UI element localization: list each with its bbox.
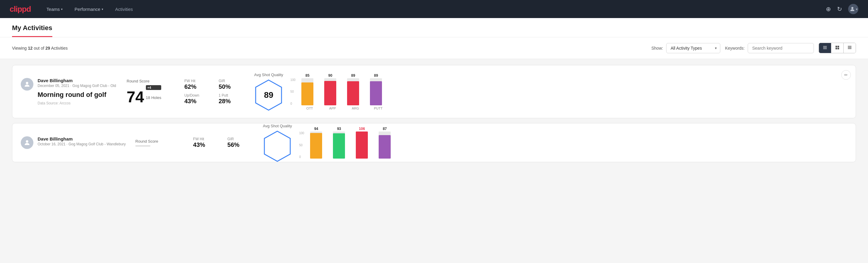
card-left-2: Dave Billingham October 16, 2021 · Gog M… xyxy=(21,136,126,149)
bar2-arg: 106 xyxy=(351,127,373,158)
shot-quality-section: Avg Shot Quality 89 100 50 xyxy=(254,72,847,111)
bar-ott: 85 xyxy=(297,74,318,105)
bar2-putt-inner xyxy=(379,135,391,158)
svg-rect-8 xyxy=(848,46,851,47)
svg-rect-3 xyxy=(823,49,827,49)
card-user-info: Dave Billingham December 05, 2021 · Gog … xyxy=(38,78,116,105)
nav-performance[interactable]: Performance ▾ xyxy=(73,4,104,14)
add-circle-icon[interactable]: ⊕ xyxy=(826,5,831,12)
hexagon-wrap: 89 xyxy=(254,80,283,111)
stat-gir: GIR 50% xyxy=(219,79,245,90)
avatar-2 xyxy=(21,136,33,149)
bar-putt-inner xyxy=(370,81,382,105)
shot-quality-section-2: Avg Shot Quality 100 50 0 xyxy=(263,124,847,162)
y-axis-2: 100 50 0 xyxy=(299,132,304,158)
page-title: My Activities xyxy=(12,24,52,32)
activity-title: Morning round of golf xyxy=(38,91,116,99)
hexagon-value: 89 xyxy=(264,90,273,100)
keywords-filter-group: Keywords: xyxy=(725,43,814,53)
bar-ott-inner xyxy=(301,83,313,105)
svg-rect-9 xyxy=(848,47,851,48)
fw-gir-stats: FW Hit 62% GIR 50% Up/Down 43% 1 Putt 28… xyxy=(184,79,245,105)
viewing-mid: out of xyxy=(34,46,45,51)
round-score-label: Round Score xyxy=(127,79,175,83)
viewing-total: 29 xyxy=(45,46,50,51)
bar-arg-outer xyxy=(347,78,359,105)
nav-activities[interactable]: Activities xyxy=(114,4,134,14)
view-btn-grid[interactable] xyxy=(831,43,844,53)
fw-gir-stats-2: FW Hit 43% GIR 56% xyxy=(193,137,253,148)
bar-putt-value: 89 xyxy=(374,74,378,78)
view-btn-list-compact[interactable] xyxy=(819,43,831,53)
view-toggle xyxy=(819,43,856,53)
round-score-wrap: 74 +4 18 Holes xyxy=(127,85,175,105)
bar-arg-value: 89 xyxy=(351,74,355,78)
nav-teams[interactable]: Teams ▾ xyxy=(45,4,64,14)
gir-label: GIR xyxy=(219,79,245,83)
fw-hit-label: FW Hit xyxy=(184,79,210,83)
shot-quality-label: Avg Shot Quality xyxy=(254,72,283,77)
bars: 85 90 xyxy=(297,74,387,105)
bar-chart-container: 100 50 0 85 xyxy=(290,74,389,110)
stat-1putt: 1 Putt 28% xyxy=(219,93,245,105)
date-location: December 05, 2021 · Gog Magog Golf Club … xyxy=(38,84,116,88)
1putt-value: 28% xyxy=(219,98,245,105)
avatar xyxy=(21,78,33,91)
svg-point-0 xyxy=(851,7,853,9)
bar-x-labels: OTT APP ARG PUTT xyxy=(299,107,389,110)
bar-putt: 89 xyxy=(365,74,387,105)
bar-arg: 89 xyxy=(342,74,364,105)
bar-ott-outer xyxy=(301,78,313,105)
activity-type-select[interactable]: All Activity Types xyxy=(666,43,720,53)
search-input[interactable] xyxy=(748,43,814,53)
svg-rect-6 xyxy=(836,48,837,49)
1putt-label: 1 Putt xyxy=(219,93,245,97)
show-filter-group: Show: All Activity Types ▾ xyxy=(651,43,720,53)
avatar-chevron: ▾ xyxy=(856,7,858,11)
logo[interactable]: clippd xyxy=(10,4,31,14)
svg-rect-4 xyxy=(836,46,837,47)
bar-chart: 100 50 0 85 xyxy=(290,74,389,105)
viewing-suffix: Activities xyxy=(51,46,68,51)
hexagon-2 xyxy=(264,130,291,162)
activity-type-select-wrap: All Activity Types ▾ xyxy=(666,43,720,53)
show-label: Show: xyxy=(651,46,663,51)
view-btn-list-detail[interactable] xyxy=(844,43,856,53)
bar2-arg-inner xyxy=(356,132,368,158)
bar2-ott: 94 xyxy=(305,127,327,158)
stat-fw-hit: FW Hit 62% xyxy=(184,79,210,90)
svg-rect-10 xyxy=(848,49,851,49)
bar2-putt-value: 87 xyxy=(383,127,387,131)
shot-quality-left-2: Avg Shot Quality xyxy=(263,124,292,162)
bar-x-label-app: APP xyxy=(322,107,343,110)
bar-arg-inner xyxy=(347,81,359,105)
gir-value: 50% xyxy=(219,83,245,90)
bar2-arg-value: 106 xyxy=(359,127,365,131)
bar-app-value: 90 xyxy=(329,74,332,78)
filter-bar: Viewing 12 out of 29 Activities Show: Al… xyxy=(0,37,868,59)
data-source: Data Source: Arccos xyxy=(38,101,116,105)
bar-app-outer xyxy=(324,78,336,105)
svg-rect-5 xyxy=(838,46,839,47)
user-avatar-btn[interactable]: ▾ xyxy=(848,4,858,14)
bar-ott-value: 85 xyxy=(306,74,309,78)
bar2-ott-outer xyxy=(310,132,322,158)
round-score-wrap-2 xyxy=(135,145,183,147)
updown-value: 43% xyxy=(184,98,210,105)
round-score-number: 74 xyxy=(127,89,144,105)
fw-hit-value: 62% xyxy=(184,83,210,90)
stat-fw-hit-2: FW Hit 43% xyxy=(193,137,219,148)
fw-hit-label-2: FW Hit xyxy=(193,137,219,141)
bars-2: 94 93 106 xyxy=(305,127,396,158)
bar-putt-outer xyxy=(370,78,382,105)
chevron-down-icon: ▾ xyxy=(61,7,63,11)
round-score-label-2: Round Score xyxy=(135,139,183,144)
bar2-arg-outer xyxy=(356,132,368,158)
y-label-100: 100 xyxy=(290,78,296,82)
viewing-count-text: Viewing 12 out of 29 Activities xyxy=(12,46,647,51)
refresh-icon[interactable]: ↻ xyxy=(837,5,842,12)
bar2-ott-value: 94 xyxy=(314,127,318,131)
bar2-putt: 87 xyxy=(374,127,396,158)
edit-button[interactable]: ✏ xyxy=(841,70,851,80)
score-badge: +4 xyxy=(146,85,161,90)
